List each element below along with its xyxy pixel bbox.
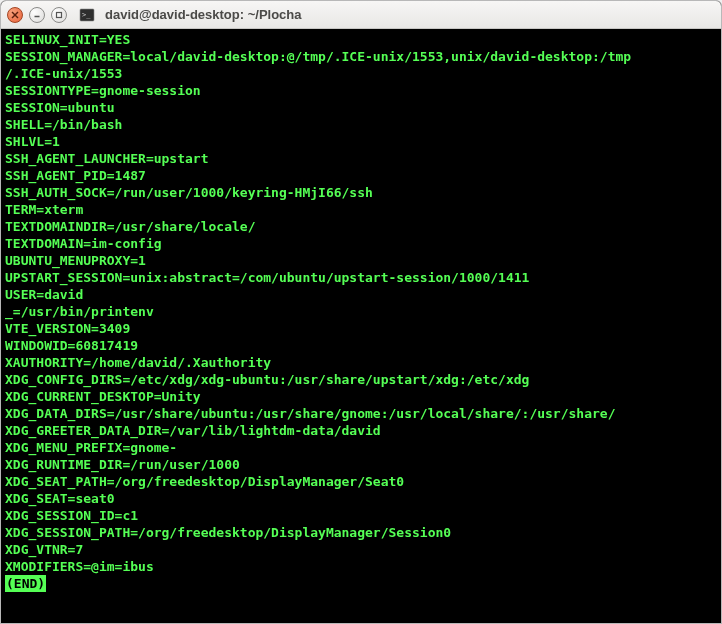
window-title: david@david-desktop: ~/Plocha (105, 7, 302, 22)
close-button[interactable] (7, 7, 23, 23)
maximize-icon (55, 11, 63, 19)
terminal-lines: SELINUX_INIT=YES SESSION_MANAGER=local/d… (5, 32, 631, 574)
svg-rect-3 (57, 12, 62, 17)
maximize-button[interactable] (51, 7, 67, 23)
close-icon (11, 11, 19, 19)
svg-text:>_: >_ (82, 11, 91, 19)
pager-end-marker: (END) (5, 575, 46, 592)
terminal-app-icon: >_ (79, 7, 95, 23)
terminal-output[interactable]: SELINUX_INIT=YES SESSION_MANAGER=local/d… (1, 29, 721, 623)
terminal-window: >_ david@david-desktop: ~/Plocha SELINUX… (0, 0, 722, 624)
minimize-icon (33, 11, 41, 19)
titlebar[interactable]: >_ david@david-desktop: ~/Plocha (1, 1, 721, 29)
minimize-button[interactable] (29, 7, 45, 23)
